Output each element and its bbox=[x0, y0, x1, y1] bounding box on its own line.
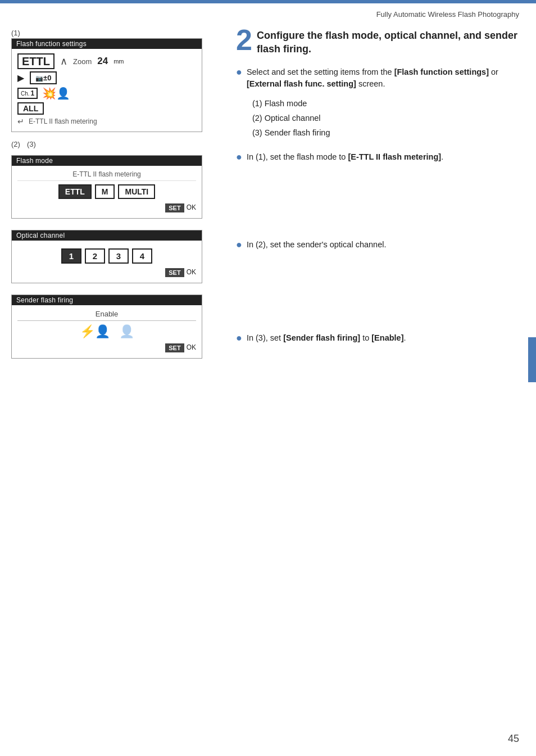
bullet-3: ● In (2), set the sender's optical chann… bbox=[236, 239, 525, 251]
ok-label-1: OK bbox=[187, 203, 196, 212]
zoom-unit: mm bbox=[113, 58, 124, 65]
bullet-2: ● In (1), set the flash mode to [E-TTL I… bbox=[236, 151, 525, 164]
sub-item-3: (3) Sender flash firing bbox=[252, 125, 525, 140]
step-title-area: 2 Configure the flash mode, optical chan… bbox=[236, 29, 525, 56]
flash-mode-subtitle: E-TTL II flash metering bbox=[17, 170, 196, 181]
wave-icon: ∧ bbox=[60, 55, 67, 67]
bullet-dot-1: ● bbox=[236, 66, 242, 78]
ok-label-2: OK bbox=[187, 268, 196, 277]
back-icon: ↵ bbox=[17, 117, 24, 126]
all-label: ALL bbox=[17, 102, 44, 115]
optical-channel-screen: Optical channel 1 2 3 4 SET OK bbox=[11, 230, 202, 283]
bullet-4: ● In (3), set [Sender flash firing] to [… bbox=[236, 332, 525, 345]
set-ok-row-1: SET OK bbox=[17, 203, 196, 212]
flash-mode-title: Flash mode bbox=[12, 156, 202, 166]
ch-box: Ch. 1 bbox=[17, 88, 38, 99]
flash-mode-body: E-TTL II flash metering ETTL M MULTI SET… bbox=[12, 166, 202, 218]
optical-channel-body: 1 2 3 4 SET OK bbox=[12, 241, 202, 283]
metering-label: E-TTL II flash metering bbox=[29, 117, 97, 125]
sub-item-1: (1) Flash mode bbox=[252, 96, 525, 111]
step-title-text: Configure the flash mode, optical channe… bbox=[257, 30, 517, 55]
arrow-right-icon: ▶ bbox=[17, 73, 24, 83]
flash-mode-screen: Flash mode E-TTL II flash metering ETTL … bbox=[11, 155, 202, 219]
label-3: (3) bbox=[27, 140, 36, 148]
enable-row: ⚡👤 👤 bbox=[17, 324, 196, 339]
enable-label: Enable bbox=[17, 310, 196, 321]
label-1: (1) bbox=[11, 29, 219, 37]
labels-2-3: (2) (3) bbox=[11, 140, 219, 148]
person-flash-dimmed-icon: 👤 bbox=[119, 324, 134, 339]
ch-2-btn[interactable]: 2 bbox=[85, 248, 105, 264]
bullet-3-text: In (2), set the sender's optical channel… bbox=[247, 239, 387, 251]
bullet-1: ● Select and set the setting items from … bbox=[236, 66, 525, 144]
set-button-2[interactable]: SET bbox=[165, 268, 184, 277]
bullet-1-text: Select and set the setting items from th… bbox=[247, 66, 525, 144]
spacer-1 bbox=[236, 171, 525, 239]
ch-1-btn[interactable]: 1 bbox=[61, 248, 81, 264]
spacer-2 bbox=[236, 259, 525, 332]
person-flash-active-icon: ⚡👤 bbox=[80, 324, 110, 339]
flash-person-icon: 💥👤 bbox=[42, 87, 70, 100]
exp-comp-value: ±0 bbox=[43, 74, 51, 82]
bullet-dot-4: ● bbox=[236, 332, 242, 344]
step-number: 2 bbox=[236, 29, 252, 55]
ettl-box: ETTL bbox=[17, 53, 54, 69]
bottom-row-flash: ↵ E-TTL II flash metering bbox=[17, 117, 196, 126]
flash-mode-row: ETTL M MULTI bbox=[17, 184, 196, 199]
bullet-dot-3: ● bbox=[236, 239, 242, 251]
main-content: (1) Flash function settings ETTL ∧ Zoom … bbox=[0, 23, 536, 381]
sender-flash-body: Enable ⚡👤 👤 SET OK bbox=[12, 305, 202, 358]
mode-multi[interactable]: MULTI bbox=[118, 184, 155, 199]
set-button-3[interactable]: SET bbox=[165, 343, 184, 352]
sender-flash-screen: Sender flash firing Enable ⚡👤 👤 SET OK bbox=[11, 295, 202, 359]
header-text: Fully Automatic Wireless Flash Photograp… bbox=[376, 10, 519, 19]
optical-channel-title: Optical channel bbox=[12, 230, 202, 241]
set-ok-row-3: SET OK bbox=[17, 343, 196, 352]
right-column: 2 Configure the flash mode, optical chan… bbox=[230, 29, 525, 370]
page-header: Fully Automatic Wireless Flash Photograp… bbox=[0, 3, 536, 23]
bullet-2-text: In (1), set the flash mode to [E-TTL II … bbox=[247, 151, 443, 164]
flash-function-title: Flash function settings bbox=[12, 39, 202, 49]
side-tab bbox=[528, 337, 536, 382]
bullet-4-text: In (3), set [Sender flash firing] to [En… bbox=[247, 332, 406, 345]
mode-m[interactable]: M bbox=[95, 184, 115, 199]
sub-list: (1) Flash mode (2) Optical channel (3) S… bbox=[252, 96, 525, 140]
set-button-1[interactable]: SET bbox=[165, 203, 184, 212]
flash-function-body: ETTL ∧ Zoom 24mm ▶ 📷±0 bbox=[12, 49, 202, 132]
ch-4-btn[interactable]: 4 bbox=[132, 248, 152, 264]
sub-item-2: (2) Optical channel bbox=[252, 111, 525, 125]
zoom-value: 24 bbox=[97, 56, 108, 67]
flash-function-screen: Flash function settings ETTL ∧ Zoom 24mm… bbox=[11, 38, 202, 132]
channel-row: 1 2 3 4 bbox=[17, 248, 196, 264]
ok-label-3: OK bbox=[187, 343, 196, 352]
left-column: (1) Flash function settings ETTL ∧ Zoom … bbox=[11, 29, 219, 370]
ch-label: Ch. bbox=[21, 90, 30, 97]
label-2: (2) bbox=[11, 140, 20, 148]
ch-num: 1 bbox=[31, 89, 35, 97]
ch-3-btn[interactable]: 3 bbox=[108, 248, 129, 264]
mode-ettl[interactable]: ETTL bbox=[58, 184, 92, 199]
page-number: 45 bbox=[508, 733, 519, 745]
set-ok-row-2: SET OK bbox=[17, 268, 196, 277]
sender-flash-title: Sender flash firing bbox=[12, 295, 202, 305]
exp-comp-box: 📷±0 bbox=[30, 71, 57, 84]
zoom-label: Zoom bbox=[73, 57, 92, 66]
bullet-dot-2: ● bbox=[236, 151, 242, 163]
